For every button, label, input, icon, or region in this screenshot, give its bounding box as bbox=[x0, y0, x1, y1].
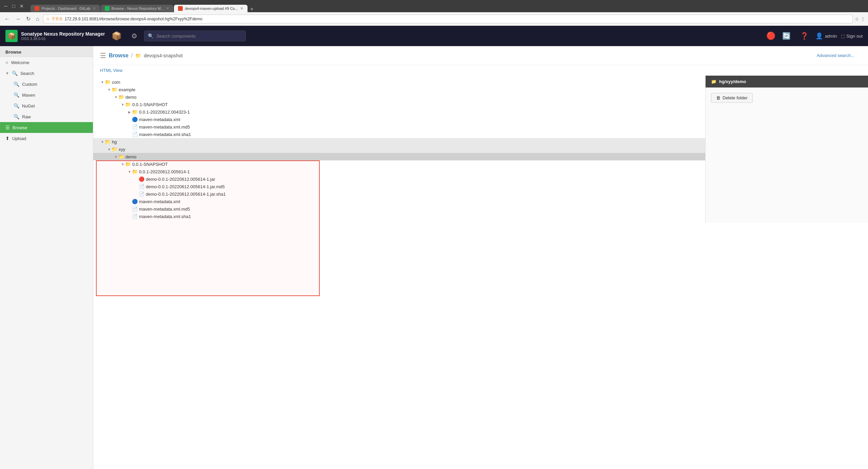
tree-row[interactable]: ▼ 📁 demo bbox=[93, 93, 705, 101]
doc-file-icon: 📄 bbox=[139, 191, 144, 197]
tree-row[interactable]: 📄 demo-0.0.1-20220612.005614-1.jar.sha1 bbox=[93, 190, 705, 198]
expand-toggle[interactable]: ▶ bbox=[127, 110, 132, 114]
tree-row[interactable]: ▶ 📁 0.0.1-20220612.004323-1 bbox=[93, 108, 705, 116]
tree-row[interactable]: 📄 maven-metadata.xml.sha1 bbox=[93, 213, 705, 220]
tree-row[interactable]: ▼ 📁 com bbox=[93, 78, 705, 86]
tree-row[interactable]: ▼ 📁 example bbox=[93, 86, 705, 93]
app-logo[interactable]: 📦 bbox=[5, 30, 18, 42]
sign-out-button[interactable]: ⬚ Sign out bbox=[841, 34, 863, 39]
sidebar-title: Browse bbox=[0, 46, 93, 57]
tree-item-label: 0.0.1-20220612.004323-1 bbox=[139, 110, 190, 115]
back-button[interactable]: ← bbox=[3, 15, 12, 23]
breadcrumb-separator: / bbox=[131, 53, 133, 59]
extensions-btn[interactable]: ⋮ bbox=[861, 16, 865, 22]
html-view-link[interactable]: HTML View bbox=[93, 65, 129, 76]
refresh-icon-btn[interactable]: 🔄 bbox=[780, 31, 793, 41]
tab-close-icon[interactable]: ✕ bbox=[240, 6, 243, 11]
bookmark-btn[interactable]: ☆ bbox=[855, 16, 859, 22]
expand-toggle[interactable]: ▼ bbox=[114, 95, 118, 99]
sidebar-item-browse[interactable]: ☰ Browse bbox=[0, 122, 93, 133]
expand-toggle[interactable]: ▼ bbox=[120, 103, 125, 106]
welcome-icon: ○ bbox=[5, 60, 8, 65]
tree-item-label: hg bbox=[112, 139, 117, 144]
address-bar[interactable]: ⚠ 不安全 172.29.9.101:8081/#browse/browse:d… bbox=[43, 15, 853, 23]
username-label: admin bbox=[825, 34, 837, 39]
tree-item-label: xyy bbox=[119, 147, 125, 152]
expand-toggle[interactable]: ▼ bbox=[120, 162, 125, 166]
sidebar-item-maven[interactable]: 🔍 Maven bbox=[3, 90, 93, 100]
tree-row[interactable]: 📄 maven-metadata.xml.md5 bbox=[93, 123, 705, 131]
delete-folder-label: Delete folder bbox=[723, 95, 748, 100]
sidebar-item-label: Custom bbox=[22, 82, 37, 87]
expand-toggle[interactable]: ▼ bbox=[114, 155, 118, 159]
sidebar-item-label: Welcome bbox=[11, 60, 29, 65]
minimize-btn[interactable]: ─ bbox=[3, 3, 9, 9]
sidebar-item-custom[interactable]: 🔍 Custom bbox=[3, 79, 93, 90]
tab-favicon bbox=[105, 6, 110, 11]
new-tab-button[interactable]: + bbox=[248, 6, 255, 12]
sidebar-item-label: Search bbox=[20, 71, 34, 76]
tab-nexus-browse[interactable]: Browse - Nexus Repository M... ✕ bbox=[101, 5, 174, 12]
tree-row[interactable]: 🔴 demo-0.0.1-20220612.005614-1.jar bbox=[93, 175, 705, 183]
browser-tabs: Projects · Dashboard · GitLab ✕ Browse -… bbox=[31, 0, 865, 12]
tree-row-xyy[interactable]: ▼ 📁 xyy bbox=[93, 145, 705, 153]
tree-row[interactable]: ▼ 📁 0.0.1-20220612.005614-1 bbox=[93, 168, 705, 175]
expand-toggle[interactable]: ▼ bbox=[100, 80, 105, 84]
breadcrumb: ☰ Browse / 📁 devops4-snapshot bbox=[100, 52, 183, 60]
sidebar-item-raw[interactable]: 🔍 Raw bbox=[3, 111, 93, 122]
detail-panel: 📁 hg/xyy/demo 🗑 Delete folder bbox=[705, 76, 868, 223]
search-box[interactable]: 🔍 bbox=[144, 31, 246, 41]
doc-file-icon: 📄 bbox=[132, 214, 138, 219]
folder-icon: 📁 bbox=[132, 109, 138, 115]
home-button[interactable]: ⌂ bbox=[34, 15, 41, 23]
tree-container: ▼ 📁 com ▼ 📁 example ▼ 📁 demo bbox=[93, 76, 705, 223]
settings-btn[interactable]: ⚙ bbox=[129, 31, 140, 41]
tree-row[interactable]: ▼ 📁 0.0.1-SNAPSHOT bbox=[93, 101, 705, 108]
close-btn[interactable]: ✕ bbox=[18, 3, 25, 9]
tree-row-demo2[interactable]: ▼ 📁 demo bbox=[93, 153, 705, 160]
detail-body: 🗑 Delete folder bbox=[706, 87, 868, 108]
tab-label: Browse - Nexus Repository M... bbox=[112, 6, 164, 11]
sidebar-item-nuget[interactable]: 🔍 NuGet bbox=[3, 100, 93, 111]
tab-label: Projects · Dashboard · GitLab bbox=[41, 6, 90, 11]
tree-row-hg[interactable]: ▼ 📁 hg bbox=[93, 138, 705, 145]
expand-toggle[interactable]: ▼ bbox=[107, 148, 112, 151]
sidebar-item-welcome[interactable]: ○ Welcome bbox=[0, 57, 93, 68]
sidebar-item-search[interactable]: ▼ 🔍 Search bbox=[0, 68, 93, 79]
tree-row[interactable]: 📄 demo-0.0.1-20220612.005614-1.jar.md5 bbox=[93, 183, 705, 190]
advanced-search-link[interactable]: Advanced search... bbox=[810, 50, 861, 61]
tab-close-icon[interactable]: ✕ bbox=[166, 6, 169, 11]
tree-item-label: maven-metadata.xml bbox=[139, 117, 180, 122]
tree-row[interactable]: 🔵 maven-metadata.xml bbox=[93, 116, 705, 123]
sidebar-item-upload[interactable]: ⬆ Upload bbox=[0, 133, 93, 144]
spacer bbox=[134, 192, 139, 196]
refresh-button[interactable]: ↻ bbox=[24, 15, 32, 23]
tree-row[interactable]: 🔵 maven-metadata.xml bbox=[93, 198, 705, 205]
forward-button[interactable]: → bbox=[14, 15, 22, 23]
alert-icon[interactable]: 🔴 bbox=[766, 32, 775, 40]
tree-row[interactable]: 📄 maven-metadata.xml.md5 bbox=[93, 205, 705, 213]
tree-item-label: 0.0.1-SNAPSHOT bbox=[132, 102, 168, 107]
expand-toggle[interactable]: ▼ bbox=[100, 140, 105, 144]
browse-breadcrumb-link[interactable]: Browse bbox=[109, 53, 129, 59]
xml-file-icon: 🔵 bbox=[132, 199, 138, 204]
tab-gitlab[interactable]: Projects · Dashboard · GitLab ✕ bbox=[31, 5, 100, 12]
sign-out-label: Sign out bbox=[846, 34, 863, 39]
url-prefix: 不安全 bbox=[52, 16, 63, 21]
maximize-btn[interactable]: □ bbox=[11, 3, 16, 9]
address-bar-row: ← → ↻ ⌂ ⚠ 不安全 172.29.9.101:8081/#browse/… bbox=[0, 12, 868, 26]
tab-close-icon[interactable]: ✕ bbox=[93, 6, 96, 11]
tree-row[interactable]: ▼ 📁 0.0.1-SNAPSHOT bbox=[93, 160, 705, 168]
expand-toggle[interactable]: ▼ bbox=[127, 170, 132, 174]
tab-favicon bbox=[35, 6, 39, 11]
nav-icon-btn[interactable]: 📦 bbox=[109, 30, 124, 42]
tree-item-label: maven-metadata.xml.sha1 bbox=[139, 132, 191, 137]
expand-toggle[interactable]: ▼ bbox=[107, 88, 112, 92]
tree-row[interactable]: 📄 maven-metadata.xml.sha1 bbox=[93, 131, 705, 138]
upload-icon: ⬆ bbox=[5, 136, 9, 141]
search-input[interactable] bbox=[156, 34, 242, 39]
delete-folder-button[interactable]: 🗑 Delete folder bbox=[711, 93, 753, 103]
help-icon-btn[interactable]: ❓ bbox=[797, 31, 811, 41]
sidebar: Browse ○ Welcome ▼ 🔍 Search 🔍 Custom 🔍 M… bbox=[0, 46, 93, 469]
tab-devops-active[interactable]: devops4-maven-upload #9 Co... ✕ bbox=[174, 5, 248, 12]
